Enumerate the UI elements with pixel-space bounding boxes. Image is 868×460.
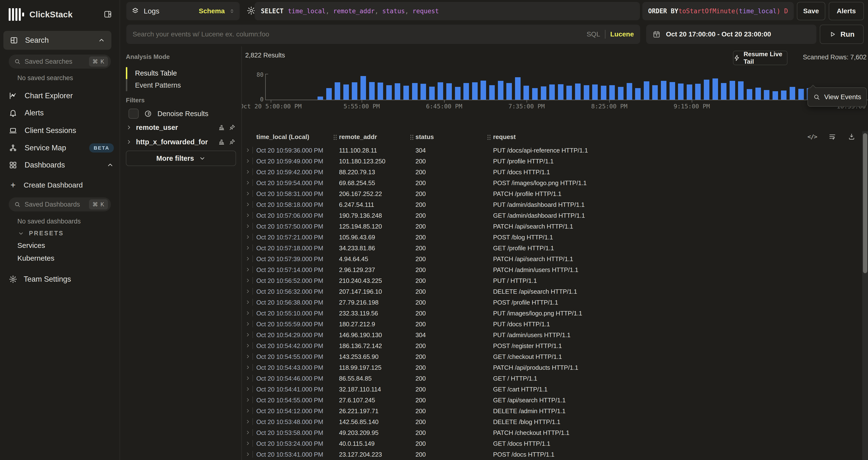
source-selector[interactable]: Logs Schema [126,2,240,20]
search-input[interactable]: Search your events w/ Lucene ex. column:… [126,25,640,44]
table-row[interactable]: Oct 20 10:54:46.000 PM86.55.84.85200GET … [242,373,862,384]
histogram-bar[interactable] [601,86,607,100]
sidebar-collapse-icon[interactable] [103,10,112,19]
table-row[interactable]: Oct 20 10:59:42.000 PM88.220.79.13200PUT… [242,167,862,177]
column-header-request[interactable]: request [493,133,516,141]
table-row[interactable]: Oct 20 10:57:18.000 PM34.233.81.86200GET… [242,242,862,253]
row-expand-chevron[interactable] [245,289,250,294]
histogram-bar[interactable] [438,82,443,100]
row-expand-chevron[interactable] [245,441,250,446]
team-settings-button[interactable]: Team Settings [9,271,114,287]
histogram-bar[interactable] [575,84,581,100]
histogram-bar[interactable] [566,86,572,100]
histogram-bar[interactable] [480,81,486,100]
histogram-bar[interactable] [789,87,795,100]
histogram-bar[interactable] [421,84,426,100]
histogram-bar[interactable] [712,79,718,100]
table-row[interactable]: Oct 20 10:54:43.000 PM118.99.197.125200P… [242,362,862,373]
download-icon[interactable] [848,133,856,140]
histogram-bar[interactable] [627,83,632,100]
row-expand-chevron[interactable] [245,212,250,218]
histogram-bar[interactable] [558,84,563,100]
row-expand-chevron[interactable] [245,386,250,392]
table-row[interactable]: Oct 20 10:59:49.000 PM101.180.123.250200… [242,156,862,167]
row-expand-chevron[interactable] [245,191,250,196]
table-row[interactable]: Oct 20 10:58:31.000 PM206.167.252.22200P… [242,188,862,199]
histogram-bar[interactable] [644,81,649,100]
sidebar-item-service-map[interactable]: Service Map BETA [9,140,114,156]
column-drag-handle[interactable] [333,134,338,140]
table-row[interactable]: Oct 20 10:57:21.000 PM105.96.43.69200POS… [242,232,862,242]
preset-item-services[interactable]: Services [18,241,45,250]
histogram-bar[interactable] [472,82,478,100]
row-expand-chevron[interactable] [245,299,250,305]
orderby-expression-input[interactable]: ORDER BY toStartOfMinute(time_local) D [642,2,794,20]
histogram-bar[interactable] [489,85,495,100]
table-row[interactable]: Oct 20 10:54:55.000 PM143.253.65.90200GE… [242,351,862,362]
histogram-bar[interactable] [747,89,752,100]
histogram-bar[interactable] [764,90,769,100]
row-expand-chevron[interactable] [245,202,250,207]
row-expand-chevron[interactable] [245,267,250,272]
lucene-language-toggle[interactable]: Lucene [610,30,634,38]
histogram-bar[interactable] [773,91,778,100]
table-row[interactable]: Oct 20 10:57:39.000 PM4.94.64.45200PATCH… [242,253,862,264]
histogram-bar[interactable] [523,86,529,100]
table-row[interactable]: Oct 20 10:54:55.000 PM27.6.107.245200GET… [242,395,862,405]
row-expand-chevron[interactable] [245,245,250,251]
pin-icon[interactable] [229,124,236,131]
bar-chart-icon[interactable] [218,124,225,131]
code-view-icon[interactable]: </> [807,133,817,140]
row-expand-chevron[interactable] [245,376,250,381]
histogram-bar[interactable] [429,87,435,100]
histogram-bar[interactable] [652,85,658,100]
histogram-bar[interactable] [335,82,340,100]
time-range-picker[interactable]: Oct 20 17:00:00 - Oct 20 23:00:00 [646,25,816,44]
row-expand-chevron[interactable] [245,310,250,316]
histogram-bar[interactable] [738,81,744,100]
histogram-bar[interactable] [352,82,357,100]
histogram-bar[interactable] [721,83,726,100]
table-row[interactable]: Oct 20 10:54:12.000 PM26.221.197.71200DE… [242,405,862,416]
create-dashboard-button[interactable]: + Create Dashboard [9,177,114,193]
saved-searches-input[interactable]: Saved Searches ⌘ K [9,55,111,68]
row-expand-chevron[interactable] [245,158,250,164]
sidebar-item-client-sessions[interactable]: Client Sessions [9,123,114,138]
vertical-scrollbar[interactable] [862,131,868,460]
histogram-bar[interactable] [412,83,417,100]
histogram-bar[interactable] [592,84,598,100]
histogram-bar[interactable] [395,83,400,100]
histogram-bar[interactable] [386,85,392,100]
table-row[interactable]: Oct 20 10:57:50.000 PM125.194.85.120200P… [242,221,862,232]
histogram-bar[interactable] [584,85,589,100]
table-row[interactable]: Oct 20 10:53:48.000 PM142.56.85.140200DE… [242,416,862,427]
row-expand-chevron[interactable] [245,397,250,403]
filter-group-http-x-forwarded-for[interactable]: http_x_forwarded_for [126,135,236,149]
histogram-bar[interactable] [670,82,675,100]
row-expand-chevron[interactable] [245,278,250,283]
histogram-bar[interactable] [661,81,666,100]
select-expression-input[interactable]: SELECT time_local, remote_addr, status, … [255,2,640,20]
histogram-bar[interactable] [498,81,503,100]
alerts-button[interactable]: Alerts [829,2,864,20]
more-filters-button[interactable]: More filters [126,151,236,166]
table-row[interactable]: Oct 20 10:57:14.000 PM2.96.129.237200PAT… [242,264,862,275]
histogram-bar[interactable] [704,80,709,100]
sidebar-item-chart-explorer[interactable]: Chart Explorer [9,88,114,104]
histogram-bar[interactable] [687,84,692,100]
sidebar-item-alerts[interactable]: Alerts [9,105,114,121]
row-expand-chevron[interactable] [245,180,250,185]
mode-results-table[interactable]: Results Table [126,67,237,79]
row-expand-chevron[interactable] [245,452,250,457]
histogram-bar[interactable] [730,81,735,100]
table-row[interactable]: Oct 20 10:53:41.000 PM23.127.204.223200P… [242,449,862,460]
row-expand-chevron[interactable] [245,365,250,370]
row-expand-chevron[interactable] [245,354,250,359]
preset-item-kubernetes[interactable]: Kubernetes [18,254,54,262]
row-expand-chevron[interactable] [245,321,250,326]
denoise-results-option[interactable]: Denoise Results [128,107,237,120]
schema-select-value[interactable]: Schema [199,7,225,15]
histogram-bar[interactable] [781,90,786,100]
filter-group-remote-user[interactable]: remote_user [126,121,236,134]
row-expand-chevron[interactable] [245,332,250,337]
